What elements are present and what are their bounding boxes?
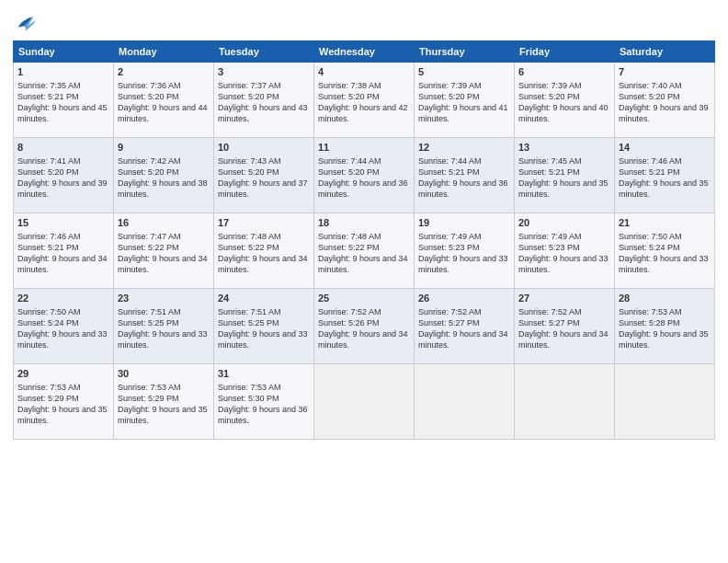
day-info: Sunrise: 7:35 AMSunset: 5:21 PMDaylight:… [17,81,108,123]
day-info: Sunrise: 7:47 AMSunset: 5:22 PMDaylight:… [118,232,208,274]
calendar-cell: 13Sunrise: 7:45 AMSunset: 5:21 PMDayligh… [515,138,615,213]
calendar-cell: 26Sunrise: 7:52 AMSunset: 5:27 PMDayligh… [415,289,515,364]
day-number: 31 [218,367,310,381]
day-info: Sunrise: 7:52 AMSunset: 5:27 PMDaylight:… [418,307,508,350]
day-info: Sunrise: 7:41 AMSunset: 5:20 PMDaylight:… [17,156,108,199]
day-info: Sunrise: 7:50 AMSunset: 5:24 PMDaylight:… [619,232,709,274]
day-number: 7 [619,65,711,79]
day-number: 18 [318,216,410,230]
day-info: Sunrise: 7:49 AMSunset: 5:23 PMDaylight:… [418,232,508,274]
calendar-cell [415,364,515,440]
day-info: Sunrise: 7:51 AMSunset: 5:25 PMDaylight:… [218,307,308,350]
weekday-header-wednesday: Wednesday [314,41,415,63]
calendar-cell: 12Sunrise: 7:44 AMSunset: 5:21 PMDayligh… [415,138,515,213]
calendar-cell: 31Sunrise: 7:53 AMSunset: 5:30 PMDayligh… [214,364,314,440]
day-info: Sunrise: 7:46 AMSunset: 5:21 PMDaylight:… [619,156,709,199]
calendar-cell [515,364,615,440]
calendar-cell: 6Sunrise: 7:39 AMSunset: 5:20 PMDaylight… [515,63,615,138]
day-info: Sunrise: 7:38 AMSunset: 5:20 PMDaylight:… [318,81,408,123]
day-number: 5 [418,65,510,79]
calendar-cell: 29Sunrise: 7:53 AMSunset: 5:29 PMDayligh… [14,364,114,440]
day-number: 4 [318,65,410,79]
day-info: Sunrise: 7:48 AMSunset: 5:22 PMDaylight:… [218,232,308,274]
calendar-cell: 24Sunrise: 7:51 AMSunset: 5:25 PMDayligh… [214,289,314,364]
calendar-cell: 20Sunrise: 7:49 AMSunset: 5:23 PMDayligh… [515,213,615,289]
day-info: Sunrise: 7:40 AMSunset: 5:20 PMDaylight:… [619,81,709,123]
day-number: 10 [218,141,310,155]
calendar-cell [615,364,715,440]
day-number: 12 [418,141,510,155]
weekday-header-thursday: Thursday [415,41,515,63]
day-number: 16 [118,216,210,230]
day-number: 21 [619,216,711,230]
weekday-header-tuesday: Tuesday [214,41,314,63]
day-number: 2 [118,65,210,79]
day-number: 6 [518,65,610,79]
calendar-cell: 17Sunrise: 7:48 AMSunset: 5:22 PMDayligh… [214,213,314,289]
calendar-cell: 30Sunrise: 7:53 AMSunset: 5:29 PMDayligh… [114,364,214,440]
day-info: Sunrise: 7:52 AMSunset: 5:26 PMDaylight:… [318,307,408,350]
day-number: 27 [518,292,610,305]
day-info: Sunrise: 7:51 AMSunset: 5:25 PMDaylight:… [118,307,208,350]
weekday-row: SundayMondayTuesdayWednesdayThursdayFrid… [14,41,715,63]
calendar-cell: 16Sunrise: 7:47 AMSunset: 5:22 PMDayligh… [114,213,214,289]
calendar-week-5: 29Sunrise: 7:53 AMSunset: 5:29 PMDayligh… [14,364,715,440]
calendar-cell: 14Sunrise: 7:46 AMSunset: 5:21 PMDayligh… [615,138,715,213]
day-number: 3 [218,65,310,79]
day-number: 20 [518,216,610,230]
day-number: 23 [118,292,210,305]
day-number: 19 [418,216,510,230]
day-info: Sunrise: 7:48 AMSunset: 5:22 PMDaylight:… [318,232,408,274]
logo-icon [13,9,39,35]
calendar-cell: 18Sunrise: 7:48 AMSunset: 5:22 PMDayligh… [314,213,415,289]
calendar-cell: 4Sunrise: 7:38 AMSunset: 5:20 PMDaylight… [314,63,415,138]
day-number: 17 [218,216,310,230]
day-info: Sunrise: 7:43 AMSunset: 5:20 PMDaylight:… [218,156,308,199]
day-info: Sunrise: 7:44 AMSunset: 5:20 PMDaylight:… [318,156,408,199]
calendar-cell: 22Sunrise: 7:50 AMSunset: 5:24 PMDayligh… [14,289,114,364]
weekday-header-sunday: Sunday [14,41,114,63]
day-number: 26 [418,292,510,305]
calendar-cell: 7Sunrise: 7:40 AMSunset: 5:20 PMDaylight… [615,63,715,138]
day-info: Sunrise: 7:45 AMSunset: 5:21 PMDaylight:… [518,156,609,199]
weekday-header-saturday: Saturday [615,41,715,63]
calendar-cell: 3Sunrise: 7:37 AMSunset: 5:20 PMDaylight… [214,63,314,138]
calendar-cell [314,364,415,440]
calendar-cell: 19Sunrise: 7:49 AMSunset: 5:23 PMDayligh… [415,213,515,289]
calendar-cell: 23Sunrise: 7:51 AMSunset: 5:25 PMDayligh… [114,289,214,364]
calendar-table: SundayMondayTuesdayWednesdayThursdayFrid… [13,40,715,440]
calendar-body: 1Sunrise: 7:35 AMSunset: 5:21 PMDaylight… [14,63,715,440]
calendar-cell: 5Sunrise: 7:39 AMSunset: 5:20 PMDaylight… [415,63,515,138]
calendar-cell: 15Sunrise: 7:46 AMSunset: 5:21 PMDayligh… [14,213,114,289]
day-info: Sunrise: 7:53 AMSunset: 5:28 PMDaylight:… [619,307,709,350]
day-number: 1 [17,65,109,79]
day-info: Sunrise: 7:39 AMSunset: 5:20 PMDaylight:… [518,81,609,123]
calendar-cell: 27Sunrise: 7:52 AMSunset: 5:27 PMDayligh… [515,289,615,364]
day-info: Sunrise: 7:39 AMSunset: 5:20 PMDaylight:… [418,81,508,123]
day-number: 14 [619,141,711,155]
day-number: 25 [318,292,410,305]
calendar-cell: 10Sunrise: 7:43 AMSunset: 5:20 PMDayligh… [214,138,314,213]
day-info: Sunrise: 7:53 AMSunset: 5:29 PMDaylight:… [118,383,208,425]
day-info: Sunrise: 7:49 AMSunset: 5:23 PMDaylight:… [518,232,609,274]
day-number: 24 [218,292,310,305]
day-info: Sunrise: 7:44 AMSunset: 5:21 PMDaylight:… [418,156,508,199]
calendar-cell: 28Sunrise: 7:53 AMSunset: 5:28 PMDayligh… [615,289,715,364]
day-number: 13 [518,141,610,155]
calendar-week-4: 22Sunrise: 7:50 AMSunset: 5:24 PMDayligh… [14,289,715,364]
calendar-container: SundayMondayTuesdayWednesdayThursdayFrid… [0,0,728,563]
calendar-cell: 8Sunrise: 7:41 AMSunset: 5:20 PMDaylight… [14,138,114,213]
day-info: Sunrise: 7:53 AMSunset: 5:29 PMDaylight:… [17,383,108,425]
day-info: Sunrise: 7:46 AMSunset: 5:21 PMDaylight:… [17,232,108,274]
day-info: Sunrise: 7:50 AMSunset: 5:24 PMDaylight:… [17,307,108,350]
calendar-cell: 11Sunrise: 7:44 AMSunset: 5:20 PMDayligh… [314,138,415,213]
day-number: 9 [118,141,210,155]
calendar-week-1: 1Sunrise: 7:35 AMSunset: 5:21 PMDaylight… [14,63,715,138]
day-number: 28 [619,292,711,305]
day-info: Sunrise: 7:52 AMSunset: 5:27 PMDaylight:… [518,307,609,350]
day-info: Sunrise: 7:36 AMSunset: 5:20 PMDaylight:… [118,81,208,123]
day-number: 29 [17,367,109,381]
day-number: 15 [17,216,109,230]
day-info: Sunrise: 7:42 AMSunset: 5:20 PMDaylight:… [118,156,208,199]
calendar-cell: 21Sunrise: 7:50 AMSunset: 5:24 PMDayligh… [615,213,715,289]
